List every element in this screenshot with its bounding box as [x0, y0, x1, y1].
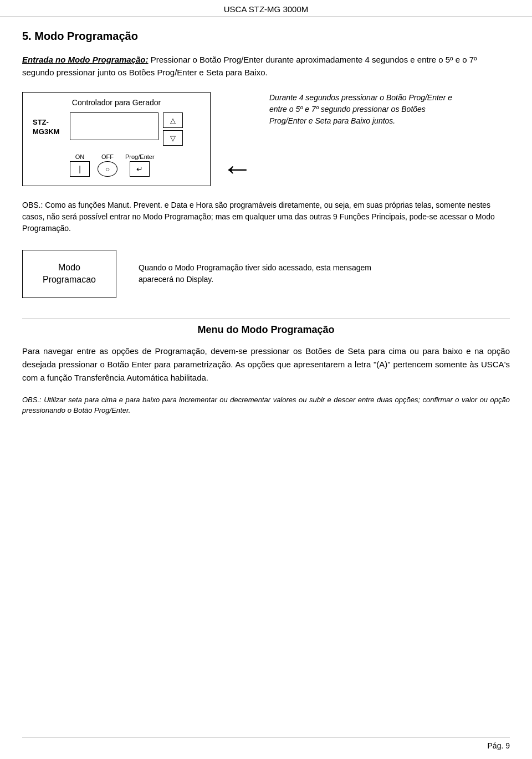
controller-box: Controlador para Gerador STZ- MG3KM △ ▽: [22, 92, 211, 186]
page-header: USCA STZ-MG 3000M: [0, 0, 532, 17]
buttons-row: ON | OFF ○ Prog/Enter: [70, 153, 183, 177]
off-label: OFF: [101, 153, 114, 160]
display-box: [70, 112, 158, 140]
menu-text: Para navegar entre as opções de Programa…: [22, 345, 510, 384]
on-icon: |: [79, 165, 81, 173]
modo-description: Quando o Modo Programação tiver sido ace…: [139, 262, 371, 285]
on-button[interactable]: |: [70, 161, 90, 177]
section-title: 5. Modo Programação: [22, 30, 510, 43]
modo-area: Modo Programacao Quando o Modo Programaç…: [22, 250, 510, 298]
obs1-text: OBS.: Como as funções Manut. Prevent. e …: [22, 199, 510, 234]
modo-line2: Programacao: [40, 274, 98, 286]
off-button[interactable]: ○: [98, 161, 117, 177]
arrow-up-icon: △: [170, 116, 176, 125]
page-number: Pág. 9: [488, 741, 510, 750]
arrow-up-btn[interactable]: △: [163, 112, 183, 128]
menu-section: Menu do Modo Programação Para navegar en…: [22, 324, 510, 416]
header-title: USCA STZ-MG 3000M: [224, 4, 309, 14]
controller-title: Controlador para Gerador: [33, 98, 200, 107]
modo-box: Modo Programacao: [22, 250, 116, 298]
menu-title: Menu do Modo Programação: [22, 324, 510, 336]
large-arrow-icon: ←: [222, 150, 253, 186]
off-icon: ○: [105, 165, 110, 173]
diagram-area: Controlador para Gerador STZ- MG3KM △ ▽: [22, 92, 510, 186]
arrow-buttons: △ ▽: [163, 112, 183, 146]
obs2-text: OBS.: Utilizar seta para cima e para bai…: [22, 394, 510, 416]
modo-line1: Modo: [40, 261, 98, 274]
intro-text: Entrada no Modo Programação: Pressionar …: [22, 54, 510, 79]
divider: [22, 318, 510, 319]
intro-bold: Entrada no Modo Programação:: [22, 55, 149, 64]
stz-label: STZ- MG3KM: [33, 118, 63, 137]
prog-label: Prog/Enter: [125, 153, 155, 160]
on-label: ON: [75, 153, 85, 160]
prog-icon: ↵: [136, 165, 143, 173]
side-note: Durante 4 segundos pressionar o Botão Pr…: [269, 92, 458, 127]
arrow-down-btn[interactable]: ▽: [163, 130, 183, 146]
page-footer: Pág. 9: [22, 737, 510, 750]
arrow-down-icon: ▽: [170, 134, 176, 142]
prog-button[interactable]: ↵: [130, 161, 150, 177]
